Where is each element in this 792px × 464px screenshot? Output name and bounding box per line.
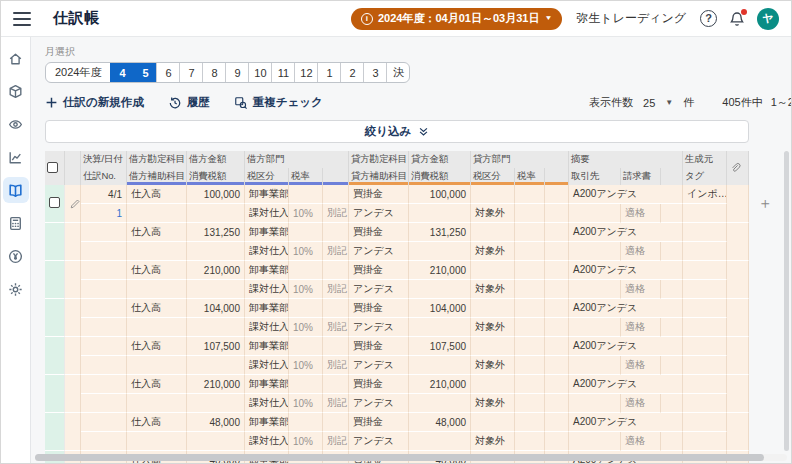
sidebar-item-calculator[interactable] <box>3 210 29 236</box>
month-button-7[interactable]: 7 <box>179 63 202 82</box>
add-row-button[interactable]: ＋ <box>757 195 773 211</box>
cell-empty <box>515 185 545 204</box>
table-row-detail[interactable]: 1課対仕入10%別記アンデス対象外適格 <box>45 204 749 223</box>
cell-debit-amount: 104,000 <box>187 299 245 318</box>
cell-summary: A200アンデス <box>569 337 683 356</box>
cell-credit-tax-amount <box>409 280 471 299</box>
table-row[interactable]: 仕入高48,000卸事業部買掛金48,000A200アンデス <box>45 413 749 432</box>
cell-empty <box>545 185 569 204</box>
display-count-unit: 件 <box>683 95 694 110</box>
cell-credit-amount: 48,000 <box>409 413 471 432</box>
cell-debit-tax-class: 課対仕入 <box>245 394 289 413</box>
horizontal-scrollbar-thumb[interactable] <box>35 454 764 461</box>
fiscal-period-button[interactable]: i 2024年度：04月01日～03月31日 ▼ <box>351 8 562 30</box>
header-cell-row2-4: 税率 <box>289 168 323 185</box>
cell-bekki: 別記 <box>323 280 349 299</box>
cell-credit-sub-account: アンデス <box>349 432 409 451</box>
select-all-checkbox[interactable] <box>47 162 58 173</box>
table-row[interactable]: 4/1仕入高100,000卸事業部買掛金100,000A200アンデスインポ… <box>45 185 749 204</box>
cell-credit-sub-account: アンデス <box>349 242 409 261</box>
cell-entry-no <box>81 242 127 261</box>
duplicate-check-icon <box>234 96 248 110</box>
cell-debit-dept: 卸事業部 <box>245 261 289 280</box>
header-cell-row2-5 <box>323 168 349 185</box>
cell-debit-tax-rate: 10% <box>289 432 323 451</box>
month-button-12[interactable]: 12 <box>294 63 317 82</box>
avatar[interactable]: ヤ <box>757 8 779 30</box>
cell-empty <box>471 185 515 204</box>
table-row-detail[interactable]: 課対仕入10%別記アンデス対象外適格 <box>45 432 749 451</box>
cell-credit-tax-rate <box>515 204 545 223</box>
vertical-scrollbar-thumb[interactable] <box>784 151 789 451</box>
filter-expand-bar[interactable]: 絞り込み <box>45 120 749 143</box>
header-cell-row2-14: タグ <box>683 168 727 185</box>
cell-attachment <box>727 337 749 375</box>
notifications-button[interactable] <box>729 11 745 27</box>
cell-empty <box>323 299 349 318</box>
cell-debit-tax-amount <box>187 432 245 451</box>
month-button-4[interactable]: 4 <box>110 63 133 82</box>
header-cell-row2-10 <box>545 168 569 185</box>
month-button-3[interactable]: 3 <box>363 63 386 82</box>
sidebar-item-gear[interactable] <box>3 276 29 302</box>
cell-partner <box>569 280 621 299</box>
month-button-5[interactable]: 5 <box>133 63 156 82</box>
cell-credit-amount: 210,000 <box>409 375 471 394</box>
table-row-detail[interactable]: 課対仕入10%別記アンデス対象外適格 <box>45 242 749 261</box>
cell-date <box>81 299 127 318</box>
pencil-icon[interactable] <box>69 198 81 210</box>
history-button[interactable]: 履歴 <box>168 95 210 110</box>
new-entry-button[interactable]: 仕訳の新規作成 <box>45 95 144 110</box>
table-row[interactable]: 仕入高210,000卸事業部買掛金210,000A200アンデス <box>45 261 749 280</box>
cell-empty <box>661 280 683 299</box>
cell-empty <box>545 375 569 394</box>
cell-credit-tax-amount <box>409 318 471 337</box>
help-icon[interactable]: ? <box>700 10 717 27</box>
sidebar-item-yen[interactable] <box>3 243 29 269</box>
month-button-1[interactable]: 1 <box>317 63 340 82</box>
sidebar-item-eye[interactable] <box>3 111 29 137</box>
sidebar <box>1 37 31 464</box>
row-select-cell <box>45 375 65 413</box>
cell-debit-tax-class: 課対仕入 <box>245 356 289 375</box>
header-cell-row2-12: 請求書 <box>621 168 661 185</box>
header-cell-row1-6: 貸方部門 <box>471 151 569 168</box>
table-row[interactable]: 仕入高131,250卸事業部買掛金131,250A200アンデス <box>45 223 749 242</box>
table-row-detail[interactable]: 課対仕入10%別記アンデス対象外適格 <box>45 318 749 337</box>
sidebar-item-chart[interactable] <box>3 144 29 170</box>
menu-icon[interactable] <box>13 12 31 26</box>
row-select-cell <box>45 261 65 299</box>
table-row-detail[interactable]: 課対仕入10%別記アンデス対象外適格 <box>45 356 749 375</box>
display-count-select[interactable]: 25 ▼ <box>643 97 673 109</box>
cell-invoice: 適格 <box>621 242 661 261</box>
month-button-2[interactable]: 2 <box>340 63 363 82</box>
table-row[interactable]: 仕入高107,500卸事業部買掛金107,500A200アンデス <box>45 337 749 356</box>
row-select-cell <box>45 299 65 337</box>
month-button-9[interactable]: 9 <box>225 63 248 82</box>
duplicate-check-label: 重複チェック <box>253 95 323 110</box>
cell-debit-tax-rate: 10% <box>289 394 323 413</box>
cell-date <box>81 223 127 242</box>
cell-empty <box>545 204 569 223</box>
sidebar-item-box[interactable] <box>3 78 29 104</box>
row-edit-cell <box>65 261 81 299</box>
cell-source <box>683 299 727 318</box>
table-row-detail[interactable]: 課対仕入10%別記アンデス対象外適格 <box>45 280 749 299</box>
sidebar-item-book[interactable] <box>3 177 29 203</box>
row-edit-cell <box>65 337 81 375</box>
chevron-down-icon: ▼ <box>544 15 552 22</box>
month-button-6[interactable]: 6 <box>156 63 179 82</box>
duplicate-check-button[interactable]: 重複チェック <box>234 95 323 110</box>
month-button-11[interactable]: 11 <box>271 63 294 82</box>
cell-bekki: 別記 <box>323 356 349 375</box>
month-button-10[interactable]: 10 <box>248 63 271 82</box>
month-button-決[interactable]: 決 <box>386 63 409 82</box>
month-button-8[interactable]: 8 <box>202 63 225 82</box>
row-checkbox[interactable] <box>49 197 60 208</box>
row-edit-cell <box>65 185 81 223</box>
table-row[interactable]: 仕入高210,000卸事業部買掛金210,000A200アンデス <box>45 375 749 394</box>
table-row-detail[interactable]: 課対仕入10%別記アンデス対象外適格 <box>45 394 749 413</box>
sidebar-item-home[interactable] <box>3 45 29 71</box>
table-row[interactable]: 仕入高104,000卸事業部買掛金104,000A200アンデス <box>45 299 749 318</box>
row-edit-cell <box>65 223 81 261</box>
